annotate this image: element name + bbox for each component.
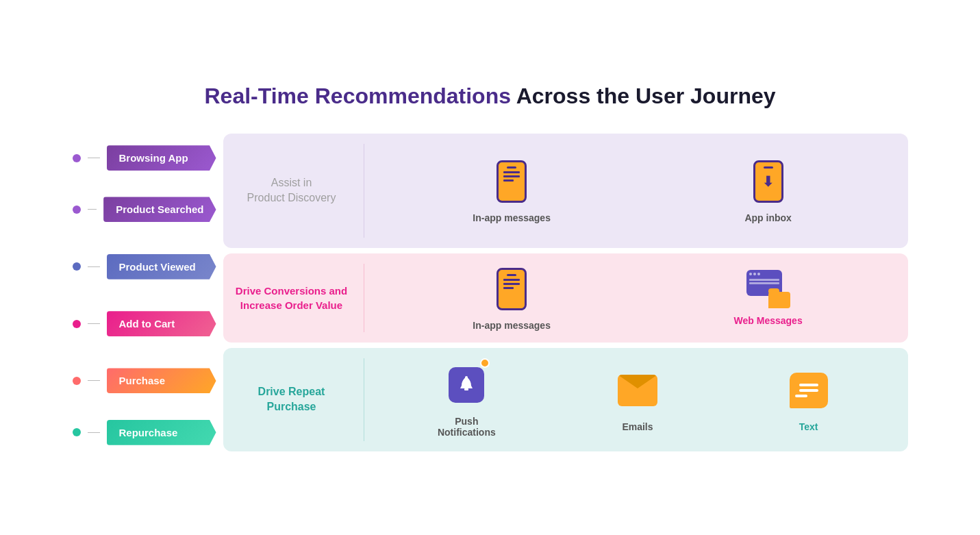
email-icon (617, 366, 658, 414)
connector-line (88, 266, 100, 267)
channel-inapp-messages-2: In-app messages (473, 265, 551, 331)
phone-lines (501, 171, 522, 182)
channel-label-inapp2: In-app messages (473, 320, 551, 331)
list-item: Product Searched (73, 197, 216, 222)
web-messages-icon (746, 270, 790, 308)
divider (364, 358, 364, 441)
connector-line (88, 323, 100, 324)
channel-push-notifications: PushNotifications (432, 361, 501, 438)
web-window-bar (749, 273, 779, 277)
web-dot (753, 273, 756, 275)
connector-line (88, 158, 100, 158)
journey-tag-repurchase: Repurchase (107, 420, 216, 445)
list-item: Repurchase (73, 420, 216, 445)
divider (364, 144, 364, 238)
text-message-icon (788, 366, 829, 414)
connector-line (88, 380, 100, 381)
phone-download-icon: ⬇ (753, 160, 783, 203)
web-line (749, 282, 779, 284)
web-dot (749, 273, 752, 275)
phone-line (503, 287, 513, 289)
title-normal: Across the User Journey (511, 84, 776, 108)
journey-tag-viewed: Product Viewed (107, 254, 216, 279)
inapp-messages-icon (491, 158, 532, 206)
channel-label-appinbox: App inbox (744, 212, 791, 223)
push-box-icon (449, 367, 484, 403)
journey-dot-searched (73, 206, 81, 214)
section-discovery: Assist inProduct Discovery (223, 134, 908, 248)
svg-rect-0 (464, 388, 468, 390)
section-label-repeat: Drive Repeat Purchase (223, 371, 360, 429)
title-highlight: Real-Time Recommendations (204, 84, 511, 108)
sections-column: Assist inProduct Discovery (223, 134, 908, 451)
divider (364, 264, 364, 332)
phone-lines-2 (501, 279, 522, 289)
section-label-conversions: Drive Conversions andIncrease Order Valu… (223, 270, 360, 326)
list-item: Add to Cart (73, 311, 216, 336)
notification-badge (480, 358, 490, 368)
phone-line (503, 171, 520, 173)
channel-items-repeat: PushNotifications Emails (368, 348, 908, 451)
channel-label-text: Text (799, 421, 818, 432)
page-title: Real-Time Recommendations Across the Use… (73, 84, 908, 109)
phone-line (503, 283, 520, 285)
list-item: Purchase (73, 368, 216, 393)
journey-dot-viewed (73, 262, 81, 271)
web-line (749, 279, 779, 281)
text-bubble-icon (790, 373, 828, 408)
channel-label-push: PushNotifications (438, 416, 496, 438)
connector-line (88, 432, 100, 433)
phone-line (503, 279, 520, 281)
channel-app-inbox: ⬇ App inbox (734, 158, 803, 223)
channel-items-conversions: In-app messages (368, 253, 908, 343)
page: Real-Time Recommendations Across the Use… (45, 70, 935, 465)
section-repeat: Drive Repeat Purchase (223, 348, 908, 451)
journey-dot-purchase (73, 377, 81, 385)
app-inbox-icon: ⬇ (748, 158, 789, 206)
journey-tag-cart: Add to Cart (107, 311, 216, 336)
section-conversions: Drive Conversions andIncrease Order Valu… (223, 253, 908, 343)
main-layout: Browsing App Product Searched Product Vi… (73, 134, 908, 451)
phone-icon-2 (497, 268, 527, 310)
channel-text: Text (775, 366, 843, 432)
web-folder-icon (768, 292, 790, 308)
channel-emails: Emails (603, 366, 672, 432)
phone-line (503, 179, 513, 182)
journey-tag-searched: Product Searched (103, 197, 216, 222)
journey-tag-purchase: Purchase (107, 368, 216, 393)
email-envelope-icon (618, 375, 657, 406)
journey-dot-repurchase (73, 428, 81, 436)
email-flap (618, 375, 657, 388)
phone-line (503, 175, 520, 177)
push-notifications-icon (446, 361, 487, 409)
channel-label-emails: Emails (622, 421, 653, 432)
list-item: Browsing App (73, 145, 216, 171)
download-arrow-icon: ⬇ (762, 173, 774, 190)
phone-icon (497, 160, 527, 203)
connector-line (88, 209, 97, 210)
bell-icon (456, 375, 477, 395)
channel-inapp-messages-1: In-app messages (473, 158, 551, 223)
text-line (799, 384, 818, 386)
list-item: Product Viewed (73, 254, 216, 279)
text-line-short (795, 395, 807, 397)
channel-label-inapp1: In-app messages (473, 212, 551, 223)
journey-tag-browsing: Browsing App (107, 145, 216, 171)
channel-web-messages: Web Messages (734, 270, 803, 326)
journey-dot-cart (73, 320, 81, 328)
section-label-discovery: Assist inProduct Discovery (223, 162, 360, 220)
inapp-messages-icon-2 (491, 265, 532, 313)
channel-items-discovery: In-app messages ⬇ App inbox (368, 144, 908, 237)
text-line (799, 389, 818, 392)
journey-dot-browsing (73, 154, 81, 162)
web-dot (757, 273, 760, 275)
channel-label-webmsg: Web Messages (734, 315, 803, 326)
journey-column: Browsing App Product Searched Product Vi… (73, 134, 223, 451)
svg-point-1 (465, 376, 468, 379)
